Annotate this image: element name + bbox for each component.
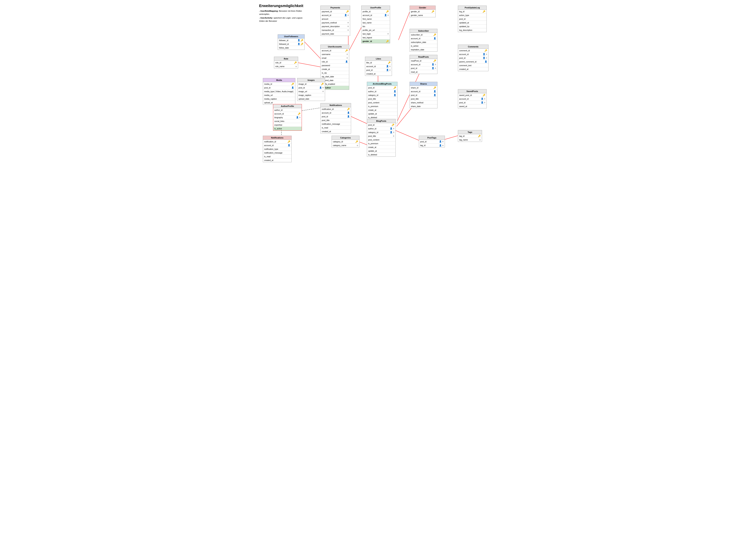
field-image_url: image_url⊗ <box>297 90 325 93</box>
person-icon: 👤 <box>344 14 347 16</box>
field-account_id: account_id👤⊗ <box>458 97 486 101</box>
field-post_id: post_id👤 <box>321 115 351 118</box>
field-payment_id: payment_id🔑 <box>321 10 350 13</box>
key-icon: 🔑 <box>484 49 487 52</box>
field-post_title: post_title⊗ <box>367 134 395 138</box>
person-icon: 👤 <box>296 116 299 119</box>
key-icon: 🔑 <box>388 61 391 64</box>
field-author_id: author_id👤 <box>367 90 397 93</box>
field-upload_date: upload_date <box>297 97 325 101</box>
svg-line-8 <box>445 136 458 139</box>
person-icon: 👤 <box>390 131 392 133</box>
field-upload_at: upload_at <box>263 101 295 104</box>
key-icon: 🔑 <box>386 40 389 43</box>
field-create_at: create_at <box>367 145 395 149</box>
field-gender_id: gender_id🔑 <box>410 10 435 13</box>
table-userprofile: UserProfile profile_id🔑 account_id👤⊗ fir… <box>361 6 390 43</box>
field-post_id: post_id🔑 <box>367 86 397 90</box>
field-read_at: read_at <box>410 70 437 74</box>
table-role: Role role_id🔑 role_name⊗ <box>274 57 298 68</box>
table-shares-header: Shares <box>410 82 437 86</box>
person-icon: 👤 <box>483 57 485 59</box>
field-last_logout: last_logout <box>361 36 390 39</box>
link-icon: ⊗ <box>486 57 487 59</box>
table-authorprofile: AuthorProfile author_id account_id🔑 biog… <box>273 104 302 131</box>
person-icon: 👤 <box>394 90 396 93</box>
sidebar-line-2: - UserActivity: speichert die Login- und… <box>259 16 307 22</box>
person-icon: 👤 <box>384 14 387 16</box>
person-icon: 👤 <box>347 111 350 114</box>
field-post_id: post_id👤⊗ <box>365 68 392 72</box>
key-icon: 🔑 <box>346 10 349 13</box>
field-author_id: author_id👤⊗ <box>367 127 395 130</box>
link-icon: ⊗ <box>389 69 391 71</box>
field-social_links: social_links <box>273 119 302 123</box>
link-icon: ⊗ <box>389 65 391 67</box>
person-icon: 👤 <box>394 94 396 96</box>
field-expiration_date: expiration_date <box>410 48 437 51</box>
table-categories: Categories category_id🔑 category_name⊗ <box>332 136 359 147</box>
field-account_id: account_id👤 <box>263 143 291 147</box>
link-icon: ⊗ <box>357 144 358 146</box>
field-parent_comment_id: parent_comment_id👤 <box>458 60 488 64</box>
field-subscription_date: subscription_date <box>410 40 437 44</box>
link-icon: ⊗ <box>346 57 348 59</box>
link-icon: ⊗ <box>442 144 444 146</box>
table-images-header: Images <box>297 78 325 82</box>
field-biography: biography👤⊗ <box>273 116 302 119</box>
field-media_caption: media_caption <box>263 97 295 101</box>
field-create_at: create_at <box>367 108 397 112</box>
table-blogposts: BlogPosts post_id🔑 author_id👤⊗ category_… <box>367 119 396 157</box>
field-expertise: expertise <box>273 123 302 127</box>
field-category_id: category_id🔑 <box>332 140 359 143</box>
person-icon: 👤 <box>386 65 389 67</box>
field-post_id: post_id👤⊗ <box>410 66 437 70</box>
field-subscriber_id: subscriber_id🔑 <box>410 33 437 37</box>
link-icon: ⊗ <box>393 135 394 137</box>
person-icon: 👤 <box>386 69 389 71</box>
field-vip_start_date: vip_start_date <box>321 75 349 78</box>
person-icon: 👤 <box>439 140 442 143</box>
table-userfollowers: UserFollowers follower_id👤🔑 followed_id👤… <box>278 34 305 50</box>
field-role_name: role_name⊗ <box>274 64 298 68</box>
field-notification_message: notification_message <box>321 122 351 126</box>
sidebar-description: Erweiterungsmöglichkeit - UserRoleMappin… <box>259 4 307 23</box>
table-images: Images image_id🔑 post_id👤⊗ image_url⊗ im… <box>297 78 325 101</box>
table-readposts: ReadPosts readPost_id🔑 account_id👤⊗ post… <box>410 55 437 74</box>
person-icon: 👤 <box>485 60 487 63</box>
field-created_at: created_at <box>458 67 488 71</box>
field-transaction_id: transaction_id⊗ <box>321 28 350 32</box>
field-notification_id: notification_id🔑 <box>263 140 291 143</box>
link-icon: ⊗ <box>322 90 324 92</box>
field-like_id: like_id🔑 <box>365 61 392 64</box>
link-icon: ⊗ <box>387 33 389 35</box>
person-icon: 👤 <box>390 127 392 130</box>
table-userprofile-header: UserProfile <box>361 6 390 10</box>
field-account_id: account_id🔑 <box>321 49 349 52</box>
person-icon: 👤 <box>432 67 434 69</box>
field-post_id: post_id👤 <box>410 93 437 97</box>
table-notifications-bottom: Notifications notification_id🔑 account_i… <box>263 136 292 162</box>
link-icon: ⊗ <box>347 22 349 24</box>
field-account_id: account_id👤 <box>410 90 437 93</box>
key-icon: 🔑 <box>288 140 290 143</box>
field-tag_id: tag_id👤⊗ <box>419 143 445 147</box>
table-subscriber-header: Subscriber <box>410 29 437 33</box>
key-icon: 🔑 <box>483 94 485 96</box>
table-savedposts: SavedPosts saved_post_id🔑 account_id👤⊗ p… <box>458 89 487 108</box>
field-is_read: is_read <box>263 155 291 158</box>
person-icon: 👤 <box>319 86 322 89</box>
table-blogposts-header: BlogPosts <box>367 119 395 123</box>
link-icon: ⊗ <box>299 116 301 118</box>
link-icon: ⊗ <box>442 140 444 142</box>
table-payments-header: Peyments <box>321 6 350 10</box>
field-share_method: share_method <box>410 101 437 104</box>
key-icon: 🔑 <box>347 108 350 110</box>
svg-line-0 <box>398 12 410 40</box>
key-icon: 🔑 <box>433 33 436 36</box>
field-gender_id: gender_id🔑 <box>361 39 390 43</box>
field-account_id: account_id👤⊗ <box>321 13 350 17</box>
field-post_id: post_id👤⊗ <box>297 86 325 90</box>
field-bio: bio <box>361 25 390 28</box>
table-tags: Tags tag_id🔑 tag_name⊗ <box>458 130 482 142</box>
